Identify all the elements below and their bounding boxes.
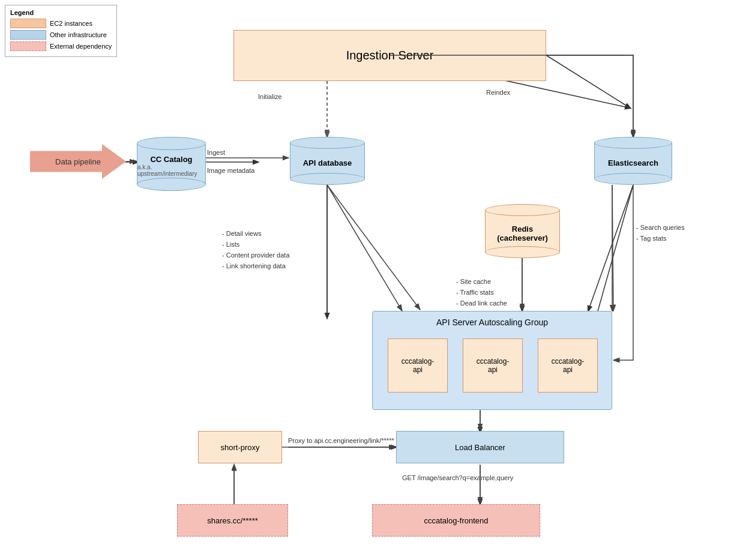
elasticsearch-label: Elasticsearch bbox=[608, 158, 658, 167]
svg-line-18 bbox=[327, 185, 420, 310]
api-box-3: cccatalog- api bbox=[538, 339, 598, 393]
precise-arrows bbox=[0, 0, 731, 560]
redis-label: Redis (cacheserver) bbox=[497, 224, 548, 242]
short-proxy-node: short-proxy bbox=[198, 431, 282, 463]
api-box-1: cccatalog- api bbox=[388, 339, 448, 393]
proxy-label: Proxy to api.cc.engineering/link/***** bbox=[288, 437, 394, 444]
legend-title: Legend bbox=[10, 9, 112, 16]
svg-line-14 bbox=[594, 185, 633, 324]
get-request-label: GET /image/search?q=example,query bbox=[402, 474, 513, 481]
api-database-node: API database bbox=[290, 137, 365, 185]
arrows-svg bbox=[0, 0, 731, 560]
svg-line-28 bbox=[327, 185, 402, 311]
legend-color-ec2 bbox=[10, 19, 46, 28]
svg-line-4 bbox=[546, 55, 630, 108]
legend-label-ec2: EC2 instances bbox=[50, 20, 92, 27]
legend-item-external: External dependency bbox=[10, 41, 112, 51]
load-balancer-label: Load Balancer bbox=[455, 443, 505, 452]
cc-catalog-sublabel: a.k.a. upstream/intermediary bbox=[137, 164, 205, 177]
elasticsearch-node: Elasticsearch bbox=[594, 137, 672, 185]
svg-line-27 bbox=[612, 185, 613, 311]
redis-node: Redis (cacheserver) bbox=[485, 204, 560, 258]
data-pipeline-node: Data pipeline bbox=[30, 144, 126, 179]
cccatalog-frontend-label: cccatalog-frontend bbox=[424, 516, 489, 525]
cc-catalog-label: CC Catalog bbox=[150, 155, 192, 164]
legend-color-external bbox=[10, 41, 46, 51]
ingestion-server-label: Ingestion Server bbox=[346, 49, 434, 62]
legend-label-external: External dependency bbox=[50, 43, 112, 50]
api1-label: cccatalog- api bbox=[402, 357, 435, 374]
detail-views-label: - Detail views - Lists - Content provide… bbox=[222, 228, 290, 271]
legend-label-other: Other infrastructure bbox=[50, 31, 107, 38]
ingestion-server-node: Ingestion Server bbox=[233, 30, 546, 81]
legend: Legend EC2 instances Other infrastructur… bbox=[5, 5, 117, 57]
data-pipeline-label: Data pipeline bbox=[55, 157, 101, 166]
api2-label: cccatalog- api bbox=[477, 357, 510, 374]
load-balancer-node: Load Balancer bbox=[396, 431, 564, 463]
autoscaling-group: API Server Autoscaling Group cccatalog- … bbox=[372, 311, 612, 410]
api3-label: cccatalog- api bbox=[552, 357, 585, 374]
reindex-label: Reindex bbox=[486, 89, 510, 96]
api-database-label: API database bbox=[303, 158, 352, 167]
image-metadata-label: Image metadata bbox=[207, 167, 255, 174]
svg-line-7 bbox=[588, 185, 633, 311]
cc-catalog-node: CC Catalog a.k.a. upstream/intermediary bbox=[137, 137, 206, 191]
site-cache-label: - Site cache - Traffic stats - Dead link… bbox=[456, 276, 507, 309]
cccatalog-frontend-node: cccatalog-frontend bbox=[372, 504, 540, 537]
legend-color-other bbox=[10, 30, 46, 40]
search-queries-label: - Search queries - Tag stats bbox=[636, 222, 685, 244]
legend-item-other: Other infrastructure bbox=[10, 30, 112, 40]
diagram-container: Legend EC2 instances Other infrastructur… bbox=[0, 0, 731, 560]
ingest-label: Ingest bbox=[207, 149, 225, 156]
shares-cc-node: shares.cc/***** bbox=[177, 504, 288, 537]
short-proxy-label: short-proxy bbox=[220, 443, 259, 452]
initialize-label: Initialize bbox=[258, 93, 282, 100]
api-box-2: cccatalog- api bbox=[463, 339, 523, 393]
autoscaling-label: API Server Autoscaling Group bbox=[373, 318, 612, 327]
legend-item-ec2: EC2 instances bbox=[10, 19, 112, 28]
shares-cc-label: shares.cc/***** bbox=[207, 516, 258, 525]
